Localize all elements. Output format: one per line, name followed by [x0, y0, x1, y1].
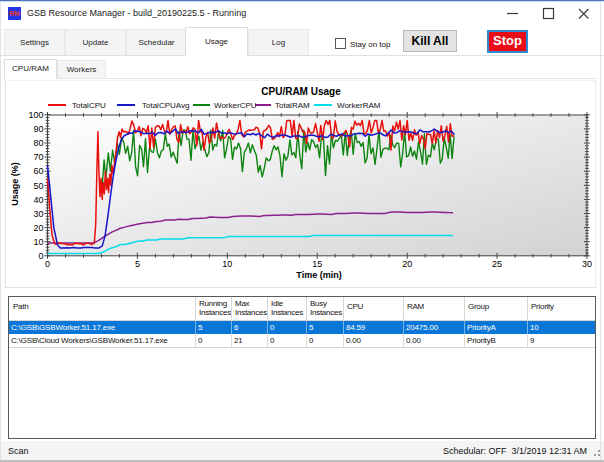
svg-text:20: 20 [402, 259, 412, 269]
svg-text:Usage (%): Usage (%) [10, 162, 20, 206]
svg-text:10: 10 [33, 237, 43, 247]
svg-text:40: 40 [33, 195, 43, 205]
svg-text:60: 60 [33, 166, 43, 176]
svg-text:WorkerRAM: WorkerRAM [337, 101, 381, 110]
svg-text:Time (min): Time (min) [296, 270, 341, 280]
svg-text:100: 100 [28, 110, 43, 120]
svg-text:50: 50 [33, 181, 43, 191]
svg-text:25: 25 [492, 259, 502, 269]
svg-text:30: 30 [582, 259, 592, 269]
svg-text:WorkerCPU: WorkerCPU [214, 101, 257, 110]
svg-text:10: 10 [222, 259, 232, 269]
svg-text:TotalCPU: TotalCPU [72, 101, 106, 110]
svg-text:0: 0 [38, 251, 43, 261]
svg-text:70: 70 [33, 152, 43, 162]
svg-text:80: 80 [33, 138, 43, 148]
svg-text:15: 15 [312, 259, 322, 269]
svg-text:TotalRAM: TotalRAM [275, 101, 310, 110]
svg-text:CPU/RAM Usage: CPU/RAM Usage [261, 86, 341, 97]
svg-text:30: 30 [33, 209, 43, 219]
svg-text:20: 20 [33, 223, 43, 233]
svg-text:TotalCPUAvg: TotalCPUAvg [142, 101, 189, 110]
svg-text:5: 5 [135, 259, 140, 269]
svg-text:0: 0 [45, 259, 50, 269]
svg-text:90: 90 [33, 124, 43, 134]
